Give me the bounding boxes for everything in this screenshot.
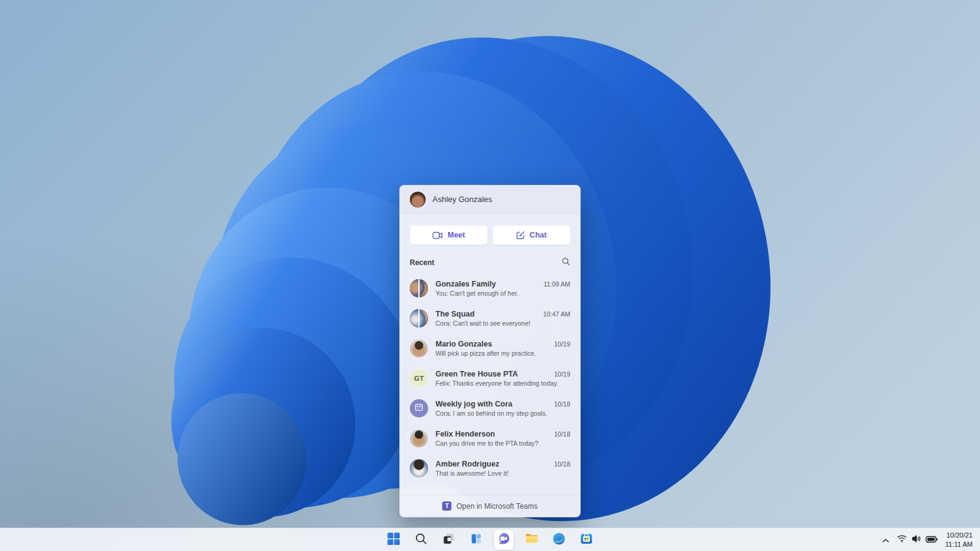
conversation-name: Amber Rodriguez <box>435 460 549 468</box>
edge-button[interactable] <box>549 530 569 550</box>
tray-overflow-button[interactable] <box>879 530 892 550</box>
conversation-preview: Felix: Thanks everyone for attending tod… <box>435 380 570 387</box>
teams-chat-button[interactable] <box>494 530 514 550</box>
search-icon <box>415 533 428 547</box>
meet-button[interactable]: Meet <box>410 225 488 245</box>
calendar-icon <box>415 403 423 414</box>
tray-date: 10/20/21 <box>945 531 973 540</box>
conversation-name: Green Tree House PTA <box>435 370 549 378</box>
edge-icon <box>552 532 566 548</box>
conversation-name: Felix Henderson <box>435 430 549 438</box>
list-item[interactable]: Gonzales Family 11:09 AM You: Can't get … <box>400 273 580 303</box>
wifi-icon <box>897 534 907 545</box>
user-avatar[interactable] <box>410 192 426 208</box>
volume-icon <box>911 534 921 545</box>
conversation-time: 10/19 <box>554 370 570 378</box>
conversation-preview: That is awesome! Love it! <box>435 470 570 477</box>
meet-button-label: Meet <box>448 231 465 239</box>
action-buttons: Meet Chat <box>400 214 580 245</box>
conversation-avatar <box>410 459 428 478</box>
list-item[interactable]: GT Green Tree House PTA 10/19 Felix: Tha… <box>400 363 580 393</box>
recent-header: Recent <box>400 245 580 273</box>
conversation-preview: You: Can't get enough of her. <box>435 290 570 297</box>
conversation-name: Gonzales Family <box>435 280 538 288</box>
open-in-teams-button[interactable]: T Open in Microsoft Teams <box>400 495 580 517</box>
microsoft-store-icon <box>580 532 594 548</box>
conversation-time: 10/19 <box>554 340 570 348</box>
file-explorer-button[interactable] <box>522 530 541 550</box>
widgets-icon <box>470 532 483 548</box>
microsoft-store-button[interactable] <box>577 530 597 550</box>
taskbar-clock[interactable]: 10/20/21 11:11 AM <box>942 531 978 549</box>
chat-button-label: Chat <box>530 231 547 239</box>
conversation-avatar <box>410 399 428 418</box>
list-item[interactable]: Weekly jog with Cora 10/18 Cora: I am so… <box>400 393 580 423</box>
conversation-time: 10:47 AM <box>543 310 570 318</box>
tray-time: 11:11 AM <box>945 540 973 549</box>
list-item[interactable]: Amber Rodriguez 10/18 That is awesome! L… <box>400 453 580 483</box>
task-view-icon <box>442 532 456 548</box>
user-name: Ashley Gonzales <box>432 195 492 204</box>
conversation-avatar <box>410 279 428 298</box>
chevron-up-icon <box>882 534 889 545</box>
conversation-name: Mario Gonzales <box>435 340 549 348</box>
compose-icon <box>516 231 525 239</box>
file-explorer-icon <box>524 531 538 548</box>
conversation-preview: Cora: I am so behind on my step goals. <box>435 410 570 417</box>
widgets-button[interactable] <box>467 530 486 550</box>
system-tray: 10/20/21 11:11 AM <box>879 530 978 550</box>
list-item[interactable]: Mario Gonzales 10/19 Will pick up pizza … <box>400 333 580 363</box>
conversation-preview: Will pick up pizza after my practice. <box>435 350 570 357</box>
conversation-preview: Cora: Can't wait to see everyone! <box>435 320 570 327</box>
conversation-name: The Squad <box>435 310 538 318</box>
taskbar-center-icons <box>384 530 597 550</box>
teams-chat-flyout: Ashley Gonzales Meet Chat Recent <box>399 185 581 517</box>
conversation-preview: Can you drive me to the PTA today? <box>435 440 570 447</box>
open-in-teams-label: Open in Microsoft Teams <box>456 502 538 511</box>
conversation-time: 10/18 <box>554 400 570 408</box>
taskbar: 10/20/21 11:11 AM <box>0 528 980 551</box>
conversation-avatar <box>410 429 428 448</box>
list-item[interactable]: Felix Henderson 10/18 Can you drive me t… <box>400 423 580 453</box>
chat-button[interactable]: Chat <box>492 225 570 245</box>
recent-label: Recent <box>410 258 434 267</box>
flyout-header: Ashley Gonzales <box>400 186 580 214</box>
conversation-avatar-initials: GT <box>410 369 428 388</box>
conversation-list: Gonzales Family 11:09 AM You: Can't get … <box>400 273 580 495</box>
battery-icon <box>925 534 938 545</box>
conversation-name: Weekly jog with Cora <box>435 400 549 408</box>
video-camera-icon <box>432 231 443 239</box>
teams-chat-icon <box>497 531 511 549</box>
conversation-avatar <box>410 339 428 358</box>
conversation-time: 11:09 AM <box>543 280 570 288</box>
task-view-button[interactable] <box>439 530 459 550</box>
tray-status-button[interactable] <box>894 530 941 550</box>
search-button[interactable] <box>412 530 431 550</box>
windows-start-icon <box>387 532 401 548</box>
conversation-time: 10/18 <box>554 460 570 468</box>
start-button[interactable] <box>384 530 404 550</box>
list-item[interactable]: The Squad 10:47 AM Cora: Can't wait to s… <box>400 303 580 333</box>
conversation-avatar <box>410 309 428 328</box>
conversation-time: 10/18 <box>554 430 570 438</box>
search-icon[interactable] <box>562 257 570 268</box>
teams-logo-icon: T <box>442 501 451 511</box>
